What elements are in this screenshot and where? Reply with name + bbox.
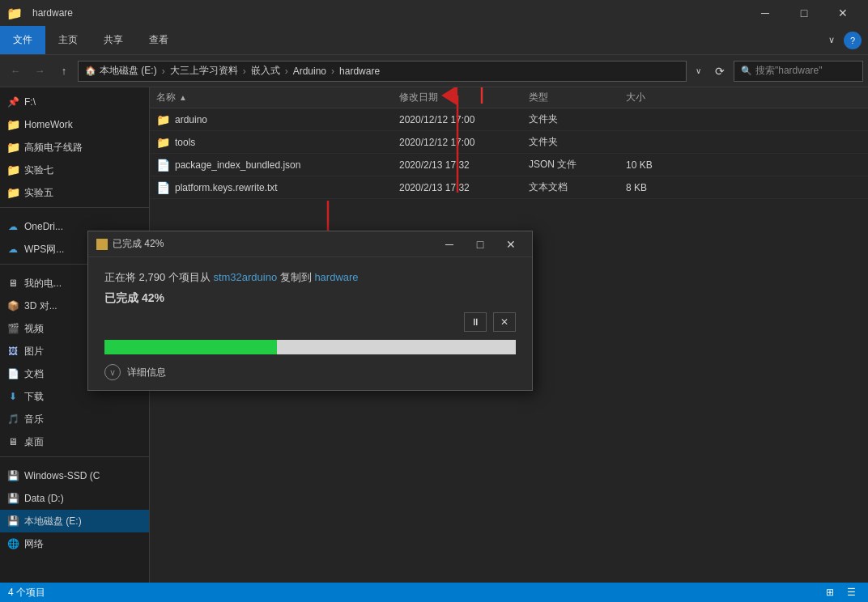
- address-home-icon: 🏠: [85, 66, 96, 76]
- drive-icon: 📌: [6, 95, 19, 108]
- folder-icon: 📁: [156, 136, 170, 149]
- cloud-icon: ☁: [6, 220, 19, 233]
- address-dropdown-button[interactable]: ∨: [690, 61, 706, 82]
- breadcrumb-part-1: 本地磁盘 (E:): [100, 64, 157, 78]
- address-bar: ← → ↑ 🏠 本地磁盘 (E:) › 大三上学习资料 › 嵌入式 › Ardu…: [0, 55, 868, 87]
- ribbon-expand-button[interactable]: ∨: [823, 32, 840, 49]
- desktop-icon: 🖥: [6, 435, 19, 448]
- dialog-cancel-button[interactable]: ✕: [493, 312, 516, 332]
- file-row-arduino[interactable]: 📁 arduino 2020/12/12 17:00 文件夹: [150, 108, 868, 131]
- col-header-name[interactable]: 名称 ▲: [150, 87, 393, 108]
- up-button[interactable]: ↑: [53, 61, 74, 82]
- file-cell-size: 8 KB: [619, 176, 684, 198]
- network-icon: 🌐: [6, 537, 19, 550]
- dialog-pause-button[interactable]: ⏸: [464, 312, 487, 332]
- status-right: ⊞ ☰: [821, 583, 860, 601]
- window-icon: 📁: [6, 6, 23, 21]
- status-bar: 4 个项目 ⊞ ☰: [0, 583, 868, 602]
- progress-dialog: 已完成 42% ─ □ ✕ 正在将 2,790 个项目从 stm32arduin…: [87, 231, 533, 391]
- refresh-button[interactable]: ⟳: [709, 61, 730, 82]
- drive-e-icon: 💾: [6, 515, 19, 528]
- dialog-percent: 已完成 42%: [104, 291, 516, 306]
- title-bar-icons: 📁: [6, 6, 23, 21]
- file-cell-name: 📄 platform.keys.rewrite.txt: [150, 176, 393, 198]
- search-icon: 🔍: [741, 66, 752, 76]
- file-cell-size: [619, 131, 684, 153]
- sidebar-item-gaopindz[interactable]: 📁 高频电子线路: [0, 136, 149, 159]
- sidebar-item-music[interactable]: 🎵 音乐: [0, 408, 149, 430]
- sidebar-item-windows-ssd[interactable]: 💾 Windows-SSD (C: [0, 464, 149, 487]
- dialog-controls: ⏸ ✕: [104, 312, 516, 332]
- sidebar-label-shiyanwu: 实验五: [24, 186, 53, 200]
- file-cell-date: 2020/2/13 17:32: [393, 154, 522, 176]
- file-row-tools[interactable]: 📁 tools 2020/12/12 17:00 文件夹: [150, 131, 868, 154]
- sidebar-label-gaopindz: 高频电子线路: [24, 141, 83, 155]
- file-cell-type: 文件夹: [522, 108, 619, 130]
- view-grid-button[interactable]: ⊞: [821, 583, 839, 601]
- folder-icon: 📁: [6, 141, 19, 154]
- dialog-maximize-button[interactable]: □: [467, 234, 493, 255]
- sidebar-item-network[interactable]: 🌐 网络: [0, 532, 149, 555]
- sidebar-label-desktop: 桌面: [24, 435, 44, 449]
- folder-icon: 📁: [6, 186, 19, 199]
- cloud-icon: ☁: [6, 243, 19, 256]
- 3d-icon: 📦: [6, 299, 19, 312]
- dialog-details[interactable]: ∨ 详细信息: [104, 364, 516, 380]
- sidebar-label-onedrive: OneDri...: [24, 221, 63, 232]
- file-row-txt[interactable]: 📄 platform.keys.rewrite.txt 2020/2/13 17…: [150, 176, 868, 199]
- sidebar-item-homework[interactable]: 📁 HomeWork: [0, 113, 149, 136]
- address-box[interactable]: 🏠 本地磁盘 (E:) › 大三上学习资料 › 嵌入式 › Arduino › …: [78, 61, 687, 82]
- file-cell-date: 2020/12/12 17:00: [393, 131, 522, 153]
- details-expand-icon: ∨: [104, 364, 121, 380]
- drive-d-icon: 💾: [6, 492, 19, 505]
- doc-icon: 📄: [156, 159, 170, 172]
- maximize-button[interactable]: □: [785, 0, 823, 26]
- dialog-title-text: 已完成 42%: [113, 237, 432, 251]
- dialog-body: 正在将 2,790 个项目从 stm32arduino 复制到 hardware…: [88, 257, 532, 390]
- file-cell-name: 📁 tools: [150, 131, 393, 153]
- sidebar-label-video: 视频: [24, 322, 44, 336]
- ribbon-tab-home[interactable]: 主页: [45, 26, 91, 54]
- dialog-title-bar: 已完成 42% ─ □ ✕: [88, 231, 532, 257]
- col-header-size[interactable]: 大小: [619, 87, 684, 108]
- view-list-button[interactable]: ☰: [842, 583, 860, 601]
- sidebar-item-shiyanqi[interactable]: 📁 实验七: [0, 159, 149, 181]
- folder-icon: 📁: [6, 163, 19, 176]
- sidebar-label-3d: 3D 对...: [24, 299, 57, 313]
- col-header-type[interactable]: 类型: [522, 87, 619, 108]
- sidebar-label-download: 下载: [24, 390, 44, 404]
- ribbon-tab-view[interactable]: 查看: [136, 26, 181, 54]
- dialog-close-button[interactable]: ✕: [498, 234, 524, 255]
- breadcrumb-part-4: Arduino: [293, 66, 326, 77]
- sidebar-item-shiyanwu[interactable]: 📁 实验五: [0, 181, 149, 204]
- sidebar-item-local-e[interactable]: 💾 本地磁盘 (E:): [0, 510, 149, 532]
- breadcrumb-part-3: 嵌入式: [251, 64, 280, 78]
- music-icon: 🎵: [6, 413, 19, 426]
- file-cell-type: 文本文档: [522, 176, 619, 198]
- file-header: 名称 ▲ 修改日期 类型 大小: [150, 87, 868, 108]
- sidebar-item-desktop[interactable]: 🖥 桌面: [0, 430, 149, 453]
- forward-button[interactable]: →: [29, 61, 50, 82]
- back-button[interactable]: ←: [5, 61, 26, 82]
- ribbon-tab-share[interactable]: 共享: [91, 26, 136, 54]
- search-box[interactable]: 🔍 搜索"hardware": [734, 61, 863, 82]
- ribbon: 文件 主页 共享 查看 ∨ ?: [0, 26, 868, 55]
- search-placeholder: 搜索"hardware": [755, 64, 823, 78]
- title-bar: 📁 hardware ─ □ ✕: [0, 0, 868, 26]
- sidebar-label-mypc: 我的电...: [24, 277, 62, 290]
- sidebar-label-data-d: Data (D:): [24, 493, 64, 504]
- sidebar-label-local-e: 本地磁盘 (E:): [24, 515, 82, 528]
- sidebar-item-froot[interactable]: 📌 F:\: [0, 91, 149, 113]
- file-cell-size: [619, 108, 684, 130]
- help-button[interactable]: ?: [844, 32, 862, 49]
- ribbon-tab-file[interactable]: 文件: [0, 26, 45, 54]
- col-header-date[interactable]: 修改日期: [393, 87, 522, 108]
- sidebar-label-music: 音乐: [24, 413, 44, 426]
- close-button[interactable]: ✕: [824, 0, 862, 26]
- minimize-button[interactable]: ─: [747, 0, 784, 26]
- folder-icon: 📁: [156, 113, 170, 126]
- dialog-minimize-button[interactable]: ─: [436, 234, 462, 255]
- sidebar-item-data-d[interactable]: 💾 Data (D:): [0, 487, 149, 510]
- sidebar-label-picture: 图片: [24, 345, 44, 358]
- file-row-json[interactable]: 📄 package_index_bundled.json 2020/2/13 1…: [150, 154, 868, 176]
